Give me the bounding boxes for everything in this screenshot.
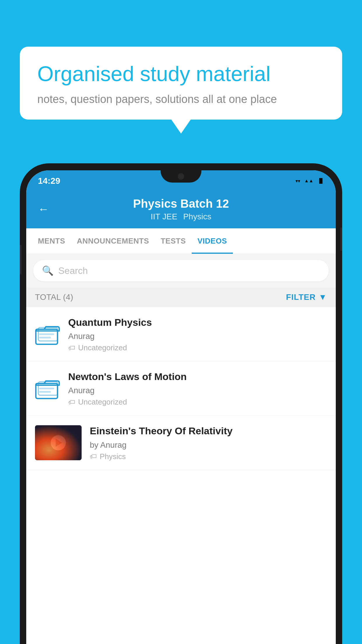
folder-icon-1 xyxy=(35,322,60,347)
tag-physics: Physics xyxy=(183,212,211,221)
svg-rect-6 xyxy=(39,391,51,393)
tab-bar: MENTS ANNOUNCEMENTS TESTS VIDEOS xyxy=(26,228,336,254)
filter-label: FILTER xyxy=(286,293,316,302)
search-container: 🔍 Search xyxy=(26,254,336,287)
speech-bubble-container: Organised study material notes, question… xyxy=(20,47,342,120)
tag-icon-2: 🏷 xyxy=(68,398,75,406)
svg-rect-2 xyxy=(39,337,51,338)
side-button-right xyxy=(340,228,342,251)
video-tag-row-1: 🏷 Uncategorized xyxy=(68,343,327,352)
video-title-1: Quantum Physics xyxy=(68,316,327,329)
video-tag-1: Uncategorized xyxy=(78,343,127,352)
status-bar: 14:29 ▾▾ ▲▲ ▐▌ xyxy=(26,170,336,191)
phone-screen: 14:29 ▾▾ ▲▲ ▐▌ ← Physics Batch 12 IIT JE… xyxy=(26,170,336,644)
thumbnail-bg-3 xyxy=(35,425,82,460)
video-author-2: Anurag xyxy=(68,386,327,395)
wifi-icon: ▾▾ xyxy=(296,178,300,184)
tag-iitjee: IIT JEE xyxy=(151,212,177,221)
folder-icon-2 xyxy=(35,376,60,401)
search-bar[interactable]: 🔍 Search xyxy=(33,260,329,281)
header-content: Physics Batch 12 IIT JEE Physics xyxy=(133,197,229,221)
tag-icon-3: 🏷 xyxy=(90,452,97,461)
battery-icon: ▐▌ xyxy=(317,178,324,183)
tab-announcements[interactable]: ANNOUNCEMENTS xyxy=(71,228,155,254)
video-tag-row-2: 🏷 Uncategorized xyxy=(68,398,327,407)
tab-tests[interactable]: TESTS xyxy=(155,228,191,254)
video-title-3: Einstein's Theory Of Relativity xyxy=(90,424,327,437)
filter-bar: TOTAL (4) FILTER ▼ xyxy=(26,287,336,307)
video-title-2: Newton's Laws of Motion xyxy=(68,370,327,383)
search-icon: 🔍 xyxy=(42,265,54,276)
batch-title: Physics Batch 12 xyxy=(133,197,229,210)
app-header: ← Physics Batch 12 IIT JEE Physics xyxy=(26,191,336,228)
video-tag-3: Physics xyxy=(100,452,126,461)
bubble-subtitle: notes, question papers, solutions all at… xyxy=(37,93,325,106)
video-item-3[interactable]: Einstein's Theory Of Relativity by Anura… xyxy=(26,416,336,470)
video-tag-2: Uncategorized xyxy=(78,398,127,407)
video-info-2: Newton's Laws of Motion Anurag 🏷 Uncateg… xyxy=(68,370,327,407)
header-tags: IIT JEE Physics xyxy=(133,212,229,221)
video-item-1[interactable]: Quantum Physics Anurag 🏷 Uncategorized xyxy=(26,307,336,361)
status-icons: ▾▾ ▲▲ ▐▌ xyxy=(296,178,324,184)
phone-frame: 14:29 ▾▾ ▲▲ ▐▌ ← Physics Batch 12 IIT JE… xyxy=(20,163,342,644)
video-info-3: Einstein's Theory Of Relativity by Anura… xyxy=(90,424,327,461)
signal-icon: ▲▲ xyxy=(304,178,314,183)
filter-button[interactable]: FILTER ▼ xyxy=(286,293,327,302)
total-count: TOTAL (4) xyxy=(35,293,73,302)
video-author-3: by Anurag xyxy=(90,440,327,450)
svg-rect-1 xyxy=(39,333,54,335)
tab-videos[interactable]: VIDEOS xyxy=(192,228,233,254)
speech-bubble: Organised study material notes, question… xyxy=(20,47,342,120)
video-item-2[interactable]: Newton's Laws of Motion Anurag 🏷 Uncateg… xyxy=(26,361,336,416)
notch xyxy=(161,170,201,183)
video-info-1: Quantum Physics Anurag 🏷 Uncategorized xyxy=(68,316,327,352)
video-tag-row-3: 🏷 Physics xyxy=(90,452,327,461)
back-button[interactable]: ← xyxy=(38,203,49,216)
video-thumbnail-3 xyxy=(35,425,82,460)
bubble-title: Organised study material xyxy=(37,62,325,86)
tab-ments[interactable]: MENTS xyxy=(32,228,71,254)
status-time: 14:29 xyxy=(38,176,60,186)
camera-notch xyxy=(178,173,184,180)
video-author-1: Anurag xyxy=(68,332,327,341)
filter-funnel-icon: ▼ xyxy=(319,293,327,302)
tag-icon-1: 🏷 xyxy=(68,344,75,352)
svg-rect-5 xyxy=(39,388,54,389)
video-list: Quantum Physics Anurag 🏷 Uncategorized xyxy=(26,307,336,470)
side-button-left xyxy=(20,245,22,274)
search-placeholder: Search xyxy=(58,265,88,276)
